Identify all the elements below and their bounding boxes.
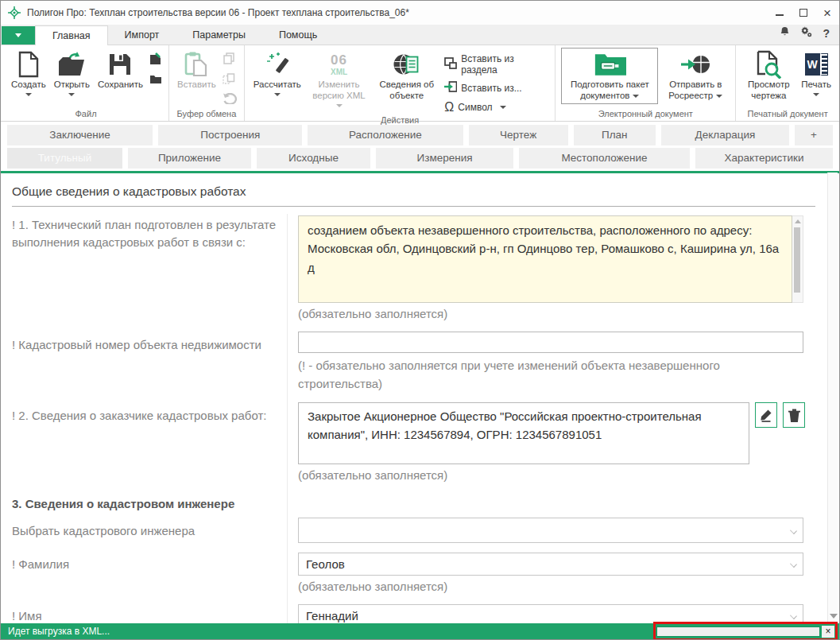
tab-titulnyj[interactable]: Титульный <box>7 148 122 169</box>
tab-mestopolozhenie[interactable]: Местоположение <box>519 148 690 169</box>
paste-icon <box>184 49 209 80</box>
chevron-down-icon <box>500 106 506 109</box>
tab-zaklyuchenie[interactable]: Заключение <box>7 125 153 145</box>
help-icon[interactable]: ? <box>823 27 830 40</box>
maximize-button[interactable] <box>792 1 815 25</box>
magic-wand-icon <box>265 49 289 80</box>
open-button[interactable]: Открыть <box>50 47 94 96</box>
paste-special-button[interactable] <box>223 73 238 87</box>
form-row-customer: ! 2. Сведения о заказчике кадастровых ра… <box>1 399 839 488</box>
app-menu-button[interactable] <box>2 26 35 45</box>
form-row-engineer-heading: 3. Сведения о кадастровом инженере <box>1 488 839 513</box>
close-button[interactable]: × <box>815 1 839 25</box>
app-logo-icon <box>8 6 21 19</box>
required-hint: (обязательно заполняется) <box>298 307 839 320</box>
tab-ishodnye[interactable]: Исходные <box>257 148 370 169</box>
ribbon-tab-import[interactable]: Импорт <box>108 26 176 45</box>
trash-icon <box>788 409 800 422</box>
tab-deklaraciya[interactable]: Декларация <box>661 125 789 145</box>
symbol-button[interactable]: Ω Символ <box>444 100 546 114</box>
calculate-button[interactable]: Рассчитать <box>249 47 306 96</box>
required-hint: (обязательно заполняется) <box>298 468 839 482</box>
group-label-edoc: Электронный документ <box>559 108 731 121</box>
customer-edit-button[interactable] <box>755 402 777 428</box>
maximize-icon <box>799 9 807 17</box>
ribbon-tab-strip: Главная Импорт Параметры Помощь ? <box>1 25 839 45</box>
ribbon-tab-pomosch[interactable]: Помощь <box>262 26 334 45</box>
pencil-icon <box>760 409 772 422</box>
paste-button[interactable]: Вставить <box>173 47 220 91</box>
tab-postroeniya[interactable]: Построения <box>158 125 302 145</box>
customer-delete-button[interactable] <box>783 402 805 428</box>
tab-plan[interactable]: План <box>574 125 656 145</box>
textarea-scrollbar[interactable] <box>792 215 803 303</box>
gear-icon[interactable] <box>800 25 812 41</box>
preview-magnifier-icon <box>755 49 782 80</box>
chevron-down-icon <box>790 527 797 534</box>
save-as-button[interactable] <box>149 52 162 68</box>
copy-button[interactable] <box>223 52 238 68</box>
ribbon-tab-parametry[interactable]: Параметры <box>176 26 262 45</box>
doc-tab-row-1: Заключение Построения Расположение Черте… <box>7 125 833 145</box>
main-vertical-scrollbar[interactable] <box>827 173 838 622</box>
group-label-file: Файл <box>7 108 165 121</box>
open-recent-button[interactable] <box>149 73 162 87</box>
window-title: Полигон Про: Техплан строительства верси… <box>27 7 409 18</box>
customer-value-box[interactable]: Закрытое Акционерное Общество "Российска… <box>298 402 749 464</box>
tab-izmereniya[interactable]: Измерения <box>376 148 513 169</box>
status-text: Идет выгрузка в XML... <box>8 626 110 637</box>
tab-harakteristiki[interactable]: Характеристики <box>695 148 833 169</box>
highlight-annotation-box: × <box>653 622 838 640</box>
group-edoc: Подготовить пакет документов Отправить в… <box>555 45 735 121</box>
open-folder-icon <box>57 49 86 80</box>
chevron-down-icon <box>790 612 797 619</box>
prepare-package-button[interactable]: Подготовить пакет документов <box>561 48 658 104</box>
usb-folder-icon <box>593 49 626 80</box>
form-page-titulnyj: Общие сведения о кадастровых работах ! 1… <box>1 173 839 626</box>
save-icon <box>108 49 132 80</box>
scroll-thumb[interactable] <box>794 227 800 293</box>
cancel-export-button[interactable]: × <box>822 626 834 638</box>
tab-add-plus[interactable]: + <box>795 125 833 145</box>
tab-prilozhenie[interactable]: Приложение <box>128 148 251 169</box>
send-globe-icon <box>680 49 710 80</box>
change-xml-version-button[interactable]: 06XML Изменить версию XML <box>306 47 372 107</box>
create-button[interactable]: Создать <box>7 47 50 96</box>
tab-chertezh[interactable]: Чертеж <box>469 125 568 145</box>
surname-combobox[interactable]: Геолов <box>298 553 803 576</box>
engineer-select-combobox[interactable] <box>298 518 803 543</box>
group-printdoc: Просмотр чертежа W Печать Печатный докум… <box>735 45 839 121</box>
undo-button[interactable] <box>223 93 238 107</box>
globe-list-icon <box>393 49 421 80</box>
chevron-down-icon <box>813 93 819 96</box>
file-mini-buttons <box>147 47 165 87</box>
tab-raspolozhenie[interactable]: Расположение <box>308 125 463 145</box>
minimize-icon <box>776 14 784 16</box>
send-rosreestr-button[interactable]: Отправить в Росреестр <box>660 47 731 102</box>
save-button[interactable]: Сохранить <box>94 47 147 91</box>
doc-tab-row-2: Титульный Приложение Исходные Измерения … <box>7 148 833 169</box>
insert-section-icon <box>444 57 457 72</box>
print-button[interactable]: W Печать <box>797 47 835 96</box>
engineer-section-title: 3. Сведения о кадастровом инженере <box>1 488 287 513</box>
group-clipboard: Вставить Буфер обмена <box>168 45 244 121</box>
object-info-button[interactable]: Сведения об объекте <box>372 47 441 102</box>
chevron-down-icon <box>25 93 32 96</box>
required-hint: (обязательно заполняется) <box>298 580 839 593</box>
omega-icon: Ω <box>444 100 454 114</box>
insert-from-button[interactable]: Вставить из... <box>444 81 546 95</box>
title-bar: Полигон Про: Техплан строительства верси… <box>1 1 839 25</box>
chevron-down-icon <box>790 560 797 568</box>
actions-stack: Вставить из раздела Вставить из... Ω Сим… <box>441 47 551 114</box>
group-label-clipboard: Буфер обмена <box>173 108 240 121</box>
work-reason-textarea[interactable]: созданием объекта незавершенного строите… <box>298 215 792 303</box>
ribbon-tab-glavnaya[interactable]: Главная <box>35 25 108 45</box>
cadastral-number-input[interactable] <box>298 332 803 353</box>
bell-icon[interactable] <box>780 26 790 41</box>
section-title: Общие сведения о кадастровых работах <box>12 184 815 207</box>
preview-drawing-button[interactable]: Просмотр чертежа <box>740 47 797 102</box>
insert-from-section-button[interactable]: Вставить из раздела <box>444 53 546 76</box>
minimize-button[interactable] <box>768 1 792 25</box>
cadastral-number-hint: (! - обязательно заполняется при учете и… <box>298 357 775 393</box>
form-row-engineer-select: Выбрать кадастрового инженера <box>1 513 839 543</box>
